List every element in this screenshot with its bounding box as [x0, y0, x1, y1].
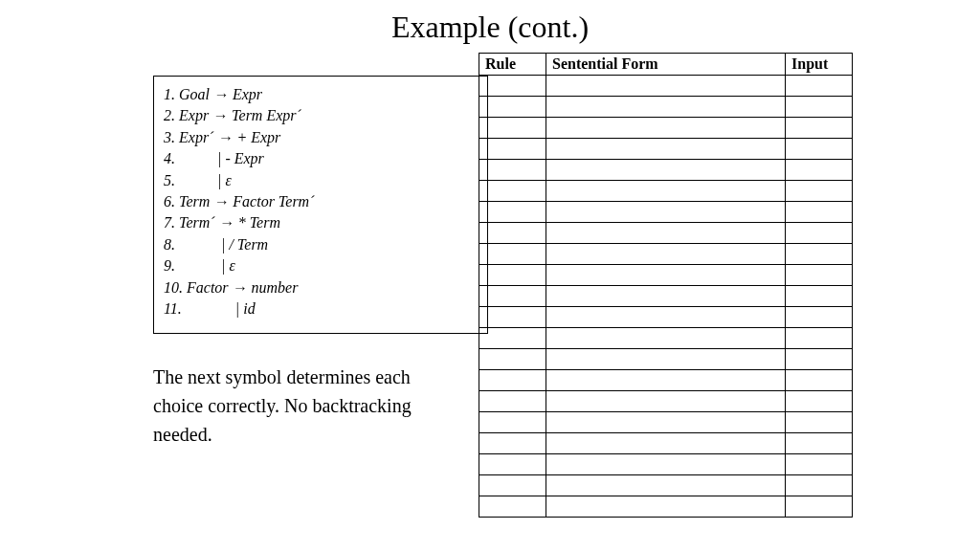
grammar-line: 8. | / Term	[164, 234, 478, 255]
content-area: 1. Goal → Expr 2. Expr → Term Expr´ 3. E…	[0, 53, 980, 518]
grammar-line: 1. Goal → Expr	[164, 84, 478, 105]
table-cell	[546, 160, 786, 181]
table-cell	[479, 286, 546, 307]
table-cell	[479, 97, 546, 118]
table-row	[479, 160, 853, 181]
table-cell	[546, 202, 786, 223]
table-row	[479, 118, 853, 139]
grammar-line: 10. Factor → number	[164, 277, 478, 298]
table-cell	[786, 475, 853, 496]
table-cell	[786, 412, 853, 433]
grammar-line: 5. | ε	[164, 170, 478, 191]
table-cell	[479, 307, 546, 328]
table-row	[479, 454, 853, 475]
table-cell	[786, 286, 853, 307]
table-row	[479, 475, 853, 496]
table-cell	[786, 160, 853, 181]
left-column: 1. Goal → Expr 2. Expr → Term Expr´ 3. E…	[153, 53, 488, 518]
grammar-line: 9. | ε	[164, 255, 478, 276]
table-cell	[546, 244, 786, 265]
table-cell	[786, 76, 853, 97]
table-row	[479, 286, 853, 307]
description-text: The next symbol determines each choice c…	[153, 363, 421, 449]
grammar-line: 7. Term´ → * Term	[164, 212, 478, 233]
table-cell	[786, 496, 853, 518]
table-cell	[479, 223, 546, 244]
table-cell	[479, 244, 546, 265]
table-cell	[786, 97, 853, 118]
table-cell	[479, 76, 546, 97]
grammar-line: 2. Expr → Term Expr´	[164, 105, 478, 126]
table-cell	[786, 118, 853, 139]
table-cell	[786, 307, 853, 328]
table-cell	[546, 391, 786, 412]
table-cell	[786, 202, 853, 223]
table-cell	[786, 349, 853, 370]
table-row	[479, 244, 853, 265]
table-cell	[546, 349, 786, 370]
table-cell	[546, 76, 786, 97]
grammar-box: 1. Goal → Expr 2. Expr → Term Expr´ 3. E…	[153, 76, 488, 334]
table-cell	[786, 265, 853, 286]
table-cell	[546, 118, 786, 139]
table-row	[479, 433, 853, 454]
table-cell	[786, 139, 853, 160]
table-row	[479, 181, 853, 202]
table-row	[479, 265, 853, 286]
table-cell	[479, 118, 546, 139]
table-row	[479, 202, 853, 223]
table-row	[479, 496, 853, 518]
table-cell	[479, 391, 546, 412]
grammar-line: 4. | - Expr	[164, 148, 478, 169]
table-cell	[546, 454, 786, 475]
grammar-line: 11. | id	[164, 298, 478, 320]
parse-table: Rule Sentential Form Input	[479, 53, 853, 518]
table-cell	[546, 475, 786, 496]
grammar-line: 3. Expr´ → + Expr	[164, 127, 478, 148]
table-cell	[546, 181, 786, 202]
table-cell	[786, 244, 853, 265]
table-cell	[546, 370, 786, 391]
table-row	[479, 307, 853, 328]
table-row	[479, 412, 853, 433]
table-cell	[479, 433, 546, 454]
table-cell	[786, 433, 853, 454]
table-cell	[479, 454, 546, 475]
table-cell	[546, 328, 786, 349]
table-cell	[786, 181, 853, 202]
table-cell	[786, 454, 853, 475]
table-cell	[479, 181, 546, 202]
table-row	[479, 349, 853, 370]
table-header-rule: Rule	[479, 54, 546, 76]
table-cell	[546, 97, 786, 118]
table-row	[479, 97, 853, 118]
table-row	[479, 139, 853, 160]
table-cell	[479, 160, 546, 181]
table-row	[479, 328, 853, 349]
right-column: Rule Sentential Form Input	[479, 53, 853, 518]
table-cell	[479, 412, 546, 433]
table-cell	[786, 391, 853, 412]
table-row	[479, 76, 853, 97]
table-cell	[479, 265, 546, 286]
table-cell	[786, 223, 853, 244]
table-header-form: Sentential Form	[546, 54, 786, 76]
table-row	[479, 223, 853, 244]
table-cell	[479, 202, 546, 223]
table-cell	[546, 223, 786, 244]
table-row	[479, 391, 853, 412]
table-cell	[479, 370, 546, 391]
table-body	[479, 76, 853, 518]
table-cell	[546, 139, 786, 160]
table-cell	[786, 370, 853, 391]
table-cell	[479, 496, 546, 518]
table-cell	[546, 286, 786, 307]
table-cell	[546, 412, 786, 433]
table-cell	[546, 496, 786, 518]
table-cell	[479, 349, 546, 370]
table-row	[479, 370, 853, 391]
grammar-line: 6. Term → Factor Term´	[164, 191, 478, 212]
table-cell	[546, 433, 786, 454]
table-cell	[479, 328, 546, 349]
table-cell	[786, 328, 853, 349]
